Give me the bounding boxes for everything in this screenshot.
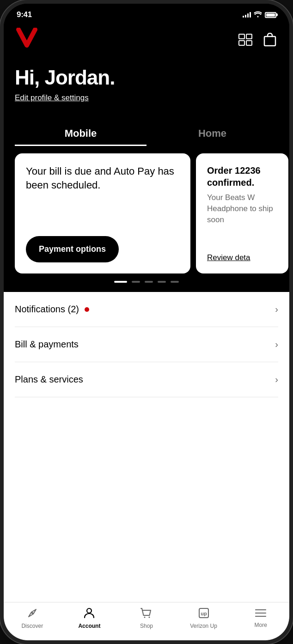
status-bar: 9:41 xyxy=(4,4,289,22)
bag-button[interactable] xyxy=(262,31,278,49)
svg-text:up: up xyxy=(201,611,207,616)
svg-point-8 xyxy=(148,617,150,618)
shop-icon xyxy=(140,607,153,621)
notifications-arrow: › xyxy=(275,304,278,315)
tab-mobile[interactable]: Mobile xyxy=(15,121,146,146)
svg-rect-2 xyxy=(239,41,244,45)
nav-shop[interactable]: Shop xyxy=(118,607,175,629)
tab-home[interactable]: Home xyxy=(146,121,278,146)
nav-account[interactable]: Account xyxy=(61,607,118,629)
notifications-label: Notifications (2) xyxy=(15,304,79,315)
dot-2 xyxy=(132,281,140,283)
payment-options-button[interactable]: Payment options xyxy=(26,236,119,262)
edit-profile-link[interactable]: Edit profile & settings xyxy=(15,93,89,103)
bill-card-text: Your bill is due and Auto Pay has been s… xyxy=(26,164,179,192)
plans-services-menu-item[interactable]: Plans & services › xyxy=(15,362,278,397)
nav-more[interactable]: More xyxy=(232,608,289,628)
grid-button[interactable] xyxy=(237,32,254,48)
svg-rect-4 xyxy=(264,36,275,46)
bill-payments-menu-item[interactable]: Bill & payments › xyxy=(15,327,278,362)
header-icons xyxy=(237,31,278,49)
notifications-left: Notifications (2) xyxy=(15,304,89,315)
scroll-area: Hi, Jordan. Edit profile & settings Mobi… xyxy=(4,57,289,602)
svg-point-7 xyxy=(144,617,145,618)
bill-payments-label: Bill & payments xyxy=(15,339,79,350)
nav-account-label: Account xyxy=(78,623,100,629)
bottom-nav: Discover Account xyxy=(4,602,289,640)
notifications-menu-item[interactable]: Notifications (2) › xyxy=(15,292,278,327)
plans-services-label: Plans & services xyxy=(15,374,83,385)
bottom-section: Notifications (2) › Bill & payments › Pl… xyxy=(4,292,289,602)
dot-3 xyxy=(145,281,153,283)
svg-rect-1 xyxy=(246,34,252,39)
svg-point-6 xyxy=(87,608,92,613)
dot-1 xyxy=(114,281,127,283)
carousel-dots xyxy=(4,273,289,292)
dot-4 xyxy=(158,281,166,283)
top-section: Hi, Jordan. Edit profile & settings xyxy=(4,57,289,116)
battery-icon xyxy=(265,12,276,18)
phone-shell: 9:41 xyxy=(0,0,293,644)
discover-icon xyxy=(26,607,38,621)
signal-icon xyxy=(243,12,251,18)
wifi-icon xyxy=(254,11,262,19)
tabs-container: Mobile Home xyxy=(4,121,289,146)
nav-verizon-up-label: Verizon Up xyxy=(190,623,217,629)
plans-services-arrow: › xyxy=(275,374,278,385)
nav-more-label: More xyxy=(255,622,267,628)
nav-discover-label: Discover xyxy=(21,623,43,629)
svg-rect-0 xyxy=(239,34,244,39)
greeting-text: Hi, Jordan. xyxy=(15,67,278,89)
more-icon xyxy=(255,608,267,620)
order-title: Order 12236 confirmed. xyxy=(207,164,277,188)
dot-5 xyxy=(171,281,179,283)
notification-badge xyxy=(85,307,89,312)
order-card: Order 12236 confirmed. Your Beats W Head… xyxy=(196,153,288,273)
status-time: 9:41 xyxy=(17,10,32,19)
nav-shop-label: Shop xyxy=(140,623,153,629)
order-desc: Your Beats W Headphone to ship soon xyxy=(207,192,277,225)
cards-scroll: Your bill is due and Auto Pay has been s… xyxy=(4,153,289,273)
svg-rect-3 xyxy=(246,41,252,45)
status-icons xyxy=(243,11,276,19)
phone-screen: 9:41 xyxy=(4,4,289,640)
bill-payments-arrow: › xyxy=(275,339,278,350)
bill-card: Your bill is due and Auto Pay has been s… xyxy=(15,153,190,273)
bill-payments-left: Bill & payments xyxy=(15,339,79,350)
verizon-logo xyxy=(15,28,39,52)
cards-section: Your bill is due and Auto Pay has been s… xyxy=(4,146,289,273)
verizon-up-icon: up xyxy=(198,607,210,621)
review-details-link[interactable]: Review deta xyxy=(207,253,277,262)
nav-discover[interactable]: Discover xyxy=(4,607,61,629)
svg-point-5 xyxy=(31,612,33,614)
app-header xyxy=(4,22,289,57)
account-icon xyxy=(83,607,95,621)
nav-verizon-up[interactable]: up Verizon Up xyxy=(175,607,232,629)
plans-services-left: Plans & services xyxy=(15,374,83,385)
